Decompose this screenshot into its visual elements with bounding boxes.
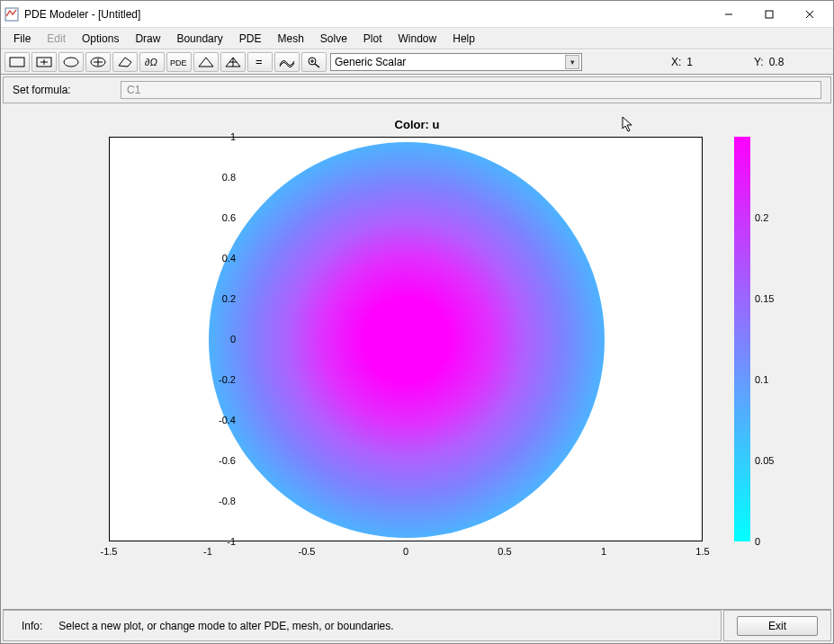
svg-text:=: = (256, 56, 263, 68)
colorbar-tick: 0.05 (755, 455, 774, 466)
menu-file[interactable]: File (6, 31, 38, 47)
x-tick: 0.5 (498, 546, 511, 557)
ellipse-center-tool-icon[interactable] (85, 52, 111, 72)
zoom-icon[interactable] (301, 52, 327, 72)
app-icon (4, 7, 19, 22)
svg-line-17 (315, 64, 319, 67)
solution-disk (209, 142, 605, 538)
menu-edit[interactable]: Edit (40, 31, 73, 47)
y-tick: 0.6 (200, 212, 236, 223)
x-tick: -1.5 (101, 546, 118, 557)
menu-solve[interactable]: Solve (313, 31, 354, 47)
y-tick: 0.2 (200, 293, 236, 304)
x-tick: 1 (601, 546, 606, 557)
info-panel: Info: Select a new plot, or change mode … (3, 610, 722, 641)
polygon-tool-icon[interactable] (112, 52, 138, 72)
pde-mode-icon[interactable]: PDE (166, 52, 192, 72)
menu-options[interactable]: Options (75, 31, 126, 47)
boundary-mode-icon[interactable]: ∂Ω (139, 52, 165, 72)
y-tick: 1 (200, 131, 236, 142)
menu-pde[interactable]: PDE (232, 31, 269, 47)
svg-point-16 (309, 58, 316, 65)
info-text: Select a new plot, or change mode to alt… (58, 620, 393, 632)
colorbar (734, 137, 750, 541)
coord-y: Y: 0.8 (749, 56, 830, 68)
toolbar: ∂Ω PDE = Generic Scalar ▾ X: 1 Y: 0.8 (1, 49, 833, 75)
plot-3d-icon[interactable] (274, 52, 300, 72)
maximize-button[interactable] (749, 1, 789, 28)
close-button[interactable] (789, 1, 830, 28)
svg-rect-6 (37, 58, 51, 67)
bottombar: Info: Select a new plot, or change mode … (3, 609, 831, 641)
solve-icon[interactable]: = (247, 52, 273, 72)
rectangle-center-tool-icon[interactable] (31, 52, 57, 72)
plot-title: Color: u (1, 118, 833, 131)
colorbar-tick: 0.2 (755, 212, 768, 223)
svg-point-9 (64, 58, 78, 67)
y-tick: -0.6 (200, 455, 236, 466)
window-title: PDE Modeler - [Untitled] (24, 8, 140, 21)
titlebar: PDE Modeler - [Untitled] (1, 1, 833, 28)
menu-boundary[interactable]: Boundary (169, 31, 229, 47)
ellipse-tool-icon[interactable] (58, 52, 84, 72)
y-tick: -0.4 (200, 415, 236, 425)
x-tick: -1 (203, 546, 212, 557)
dropdown-value: Generic Scalar (335, 56, 406, 68)
exit-button[interactable]: Exit (737, 616, 818, 636)
plot-area: Color: u 10.80.60.40.20-0.2-0.4-0.6-0.8-… (1, 105, 833, 607)
y-tick: 0 (200, 334, 236, 344)
y-tick: 0.4 (200, 253, 236, 264)
menu-help[interactable]: Help (445, 31, 482, 47)
y-tick: -0.8 (200, 496, 236, 506)
y-tick: -0.2 (200, 374, 236, 385)
info-label: Info: (22, 620, 42, 632)
chevron-down-icon: ▾ (565, 55, 579, 69)
x-tick: 1.5 (695, 546, 709, 557)
menu-window[interactable]: Window (391, 31, 444, 47)
svg-rect-2 (766, 11, 773, 18)
application-mode-dropdown[interactable]: Generic Scalar ▾ (330, 53, 582, 71)
menu-plot[interactable]: Plot (356, 31, 390, 47)
mesh-refine-icon[interactable] (220, 52, 246, 72)
x-tick: 0 (403, 546, 408, 557)
formula-bar: Set formula: C1 (3, 76, 831, 103)
formula-input[interactable]: C1 (121, 81, 821, 99)
svg-rect-5 (10, 58, 24, 67)
colorbar-tick: 0.1 (755, 374, 768, 385)
svg-text:PDE: PDE (170, 58, 187, 67)
rectangle-tool-icon[interactable] (4, 52, 30, 72)
y-tick: 0.8 (200, 172, 236, 183)
colorbar-tick: 0.15 (755, 293, 774, 304)
formula-label: Set formula: (13, 84, 112, 96)
menu-draw[interactable]: Draw (128, 31, 167, 47)
svg-point-10 (91, 58, 105, 67)
axes[interactable] (109, 137, 703, 541)
exit-panel: Exit (723, 610, 831, 641)
svg-text:∂Ω: ∂Ω (145, 57, 157, 67)
menu-mesh[interactable]: Mesh (270, 31, 310, 47)
x-tick: -0.5 (299, 546, 316, 557)
menubar: File Edit Options Draw Boundary PDE Mesh… (1, 28, 833, 49)
colorbar-tick: 0 (755, 536, 760, 547)
minimize-button[interactable] (708, 1, 749, 28)
mesh-init-icon[interactable] (193, 52, 219, 72)
coord-x: X: 1 (666, 56, 747, 68)
